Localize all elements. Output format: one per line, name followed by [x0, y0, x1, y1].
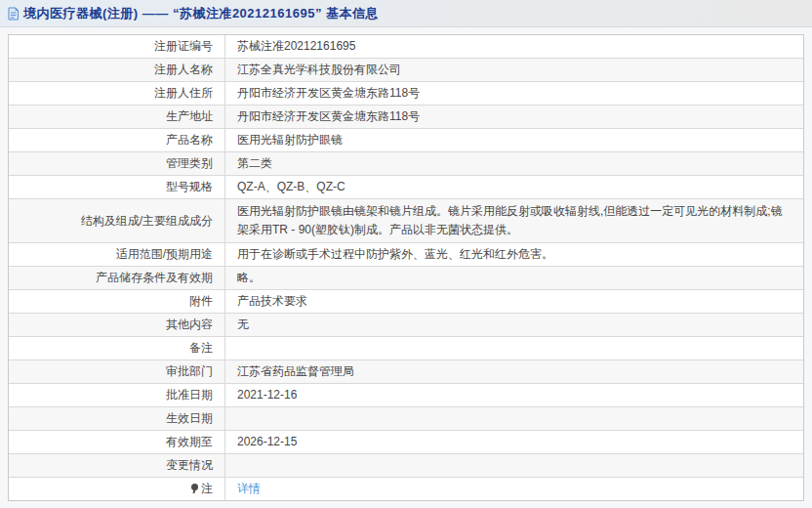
row-label-text: 产品名称: [166, 129, 213, 151]
row-label-text: 结构及组成/主要组成成分: [81, 210, 213, 233]
page-title: 境内医疗器械(注册) —— “苏械注准20212161695” 基本信息: [23, 5, 379, 22]
row-label: 审批部门: [9, 360, 225, 383]
row-value: 江苏省药品监督管理局: [225, 360, 803, 383]
row-label: 注册人名称: [9, 59, 225, 81]
row-value-text: 第二类: [237, 156, 272, 170]
table-row: 结构及组成/主要组成成分医用光辐射防护眼镜由镜架和镜片组成。镜片采用能反射或吸收…: [9, 199, 803, 243]
row-value-text: 医用光辐射防护眼镜由镜架和镜片组成。镜片采用能反射或吸收辐射线,但能透过一定可见…: [237, 204, 783, 236]
row-label: 备注: [9, 337, 225, 360]
row-label: 变更情况: [9, 454, 225, 477]
row-label-text: 其他内容: [166, 314, 213, 336]
row-label: 注: [9, 478, 225, 500]
row-label: 适用范围/预期用途: [9, 243, 225, 266]
row-label-text: 型号规格: [166, 176, 213, 198]
row-value-text: 丹阳市经济开发区黄金塘东路118号: [237, 109, 420, 123]
row-value: 略。: [225, 267, 803, 289]
row-label: 有效期至: [9, 431, 225, 453]
table-row: 注详情: [9, 478, 803, 500]
row-label-text: 批准日期: [166, 384, 213, 406]
table-row: 注册人住所丹阳市经济开发区黄金塘东路118号: [9, 82, 803, 106]
detail-link[interactable]: 详情: [237, 482, 261, 495]
row-label-text: 管理类别: [166, 152, 213, 175]
table-row: 有效期至2026-12-15: [9, 431, 803, 454]
row-label: 注册证编号: [9, 35, 225, 58]
row-label-text: 注册证编号: [154, 35, 213, 58]
table-row: 生产地址丹阳市经济开发区黄金塘东路118号: [9, 106, 803, 129]
row-value-text: 无: [237, 318, 249, 331]
row-label: 结构及组成/主要组成成分: [9, 199, 225, 242]
row-value: QZ-A、QZ-B、QZ-C: [225, 176, 803, 198]
row-value: 详情: [225, 478, 803, 500]
row-value-text: 略。: [237, 271, 261, 284]
table-row: 备注: [9, 337, 803, 360]
table-row: 注册人名称江苏全真光学科技股份有限公司: [9, 59, 803, 82]
table-row: 产品储存条件及有效期略。: [9, 267, 803, 290]
row-label: 型号规格: [9, 176, 225, 198]
row-label-text: 适用范围/预期用途: [116, 243, 213, 266]
table-row: 其他内容无: [9, 314, 803, 337]
page-header: 境内医疗器械(注册) —— “苏械注准20212161695” 基本信息: [0, 0, 812, 27]
document-icon: [7, 7, 20, 21]
row-value: 2026-12-15: [225, 431, 803, 453]
row-label: 注册人住所: [9, 82, 225, 105]
table-row: 生效日期: [9, 407, 803, 431]
row-label-text: 注册人名称: [154, 59, 213, 81]
row-label: 产品储存条件及有效期: [9, 267, 225, 289]
row-value-text: 2021-12-16: [237, 388, 297, 402]
row-value-text: 医用光辐射防护眼镜: [237, 133, 343, 147]
table-row: 注册证编号苏械注准20212161695: [9, 35, 803, 59]
table-row: 管理类别第二类: [9, 152, 803, 176]
row-label-text: 注: [201, 478, 213, 500]
table-row: 批准日期2021-12-16: [9, 384, 803, 407]
row-label-text: 生效日期: [166, 407, 213, 430]
row-label-text: 审批部门: [166, 360, 213, 383]
row-label: 批准日期: [9, 384, 225, 406]
row-label: 其他内容: [9, 314, 225, 336]
row-value-text: 2026-12-15: [237, 435, 297, 448]
info-table: 注册证编号苏械注准20212161695注册人名称江苏全真光学科技股份有限公司注…: [8, 34, 804, 501]
row-label-text: 附件: [189, 290, 213, 313]
note-icon: [190, 484, 199, 494]
row-value: 丹阳市经济开发区黄金塘东路118号: [225, 106, 803, 128]
table-row: 附件产品技术要求: [9, 290, 803, 314]
row-label: 产品名称: [9, 129, 225, 151]
row-label-text: 生产地址: [166, 106, 213, 128]
row-value: 江苏全真光学科技股份有限公司: [225, 59, 803, 81]
table-row: 型号规格QZ-A、QZ-B、QZ-C: [9, 176, 803, 199]
row-value-text: 江苏全真光学科技股份有限公司: [237, 63, 401, 76]
row-value-text: QZ-A、QZ-B、QZ-C: [237, 180, 345, 193]
row-label: 生效日期: [9, 407, 225, 430]
row-value: 2021-12-16: [225, 384, 803, 406]
table-row: 适用范围/预期用途用于在诊断或手术过程中防护紫外、蓝光、红光和红外危害。: [9, 243, 803, 267]
row-label-text: 注册人住所: [154, 82, 213, 105]
table-row: 产品名称医用光辐射防护眼镜: [9, 129, 803, 152]
row-value-text: 丹阳市经济开发区黄金塘东路118号: [237, 86, 420, 100]
table-row: 变更情况: [9, 454, 803, 478]
table-row: 审批部门江苏省药品监督管理局: [9, 360, 803, 384]
row-value: 丹阳市经济开发区黄金塘东路118号: [225, 82, 803, 105]
row-value-text: 产品技术要求: [237, 294, 307, 308]
row-label: 附件: [9, 290, 225, 313]
row-value: 医用光辐射防护眼镜由镜架和镜片组成。镜片采用能反射或吸收辐射线,但能透过一定可见…: [225, 199, 803, 242]
row-value: 苏械注准20212161695: [225, 35, 803, 58]
row-label: 管理类别: [9, 152, 225, 175]
row-value: 用于在诊断或手术过程中防护紫外、蓝光、红光和红外危害。: [225, 243, 803, 266]
row-value-text: 苏械注准20212161695: [237, 39, 355, 53]
row-value: 第二类: [225, 152, 803, 175]
row-value-text: 用于在诊断或手术过程中防护紫外、蓝光、红光和红外危害。: [237, 247, 553, 261]
row-label-text: 备注: [189, 337, 213, 360]
row-label: 生产地址: [9, 106, 225, 128]
row-value: 无: [225, 314, 803, 336]
row-label-text: 产品储存条件及有效期: [96, 267, 213, 289]
row-value: 产品技术要求: [225, 290, 803, 313]
row-label-text: 变更情况: [166, 454, 213, 477]
row-value: 医用光辐射防护眼镜: [225, 129, 803, 151]
row-value-text: 江苏省药品监督管理局: [237, 364, 354, 378]
row-label-text: 有效期至: [166, 431, 213, 453]
